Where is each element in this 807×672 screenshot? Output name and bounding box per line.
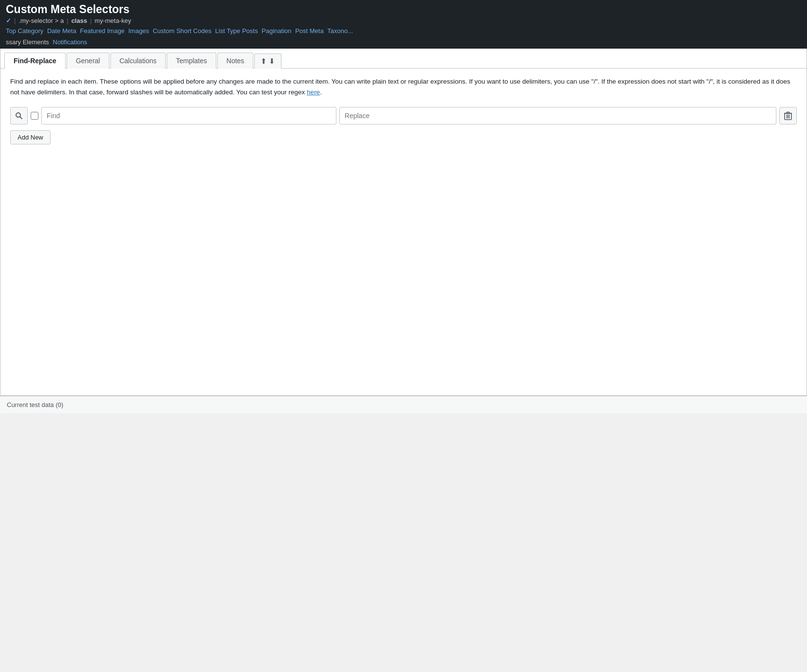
tab-general[interactable]: General xyxy=(67,53,109,69)
empty-space xyxy=(10,144,797,388)
nav-links-row: Top Category Date Meta Featured Image Im… xyxy=(0,26,807,37)
tabs-bar: Find-Replace General Calculations Templa… xyxy=(0,49,807,69)
tab-find-replace[interactable]: Find-Replace xyxy=(4,53,66,69)
tab-calculations[interactable]: Calculations xyxy=(110,53,166,69)
footer-status-text: Current test data (0) xyxy=(7,401,63,408)
replace-input[interactable] xyxy=(339,107,776,124)
nav-link-featured-image[interactable]: Featured Image xyxy=(80,27,125,35)
content-area: Find and replace in each item. These opt… xyxy=(0,69,807,395)
add-new-button[interactable]: Add New xyxy=(10,130,51,144)
selector-bar: ✓ | .my-selector > a | class | my-meta-k… xyxy=(6,17,801,24)
find-replace-checkbox[interactable] xyxy=(31,112,38,120)
nav-text-ssary: ssary Elements xyxy=(6,38,49,46)
nav-link-list-type-posts[interactable]: List Type Posts xyxy=(215,27,258,35)
tab-notes[interactable]: Notes xyxy=(217,53,254,69)
nav-link-images[interactable]: Images xyxy=(128,27,149,35)
page-title: Custom Meta Selectors xyxy=(6,3,801,16)
nav-link-post-meta[interactable]: Post Meta xyxy=(295,27,324,35)
tab-templates[interactable]: Templates xyxy=(167,53,216,69)
find-replace-row xyxy=(10,107,797,124)
nav-link-taxono[interactable]: Taxono... xyxy=(327,27,353,35)
upload-icon: ⬆ xyxy=(261,57,267,66)
nav-link-pagination[interactable]: Pagination xyxy=(262,27,291,35)
page-wrapper: Custom Meta Selectors ✓ | .my-selector >… xyxy=(0,0,807,672)
nav-link-top-category[interactable]: Top Category xyxy=(6,27,43,35)
svg-rect-4 xyxy=(787,112,789,114)
find-input[interactable] xyxy=(41,107,336,124)
class-label: class xyxy=(71,17,88,24)
selector-value: .my-selector > a xyxy=(18,17,64,24)
svg-line-1 xyxy=(20,117,22,119)
checkbox-wrapper xyxy=(31,112,38,120)
nav-links-row-2: ssary Elements Notifications xyxy=(0,37,807,49)
meta-key-value: my-meta-key xyxy=(95,17,131,24)
main-container: Find-Replace General Calculations Templa… xyxy=(0,49,807,396)
search-button[interactable] xyxy=(10,107,28,124)
separator-1: | xyxy=(14,17,16,24)
nav-link-date-meta[interactable]: Date Meta xyxy=(47,27,76,35)
nav-link-notifications[interactable]: Notifications xyxy=(53,38,88,46)
here-link[interactable]: here xyxy=(307,88,320,96)
trash-icon xyxy=(784,111,792,120)
delete-button[interactable] xyxy=(779,107,797,124)
tab-icon-group[interactable]: ⬆ ⬇ xyxy=(254,53,281,69)
footer-bar: Current test data (0) xyxy=(0,396,807,413)
download-icon: ⬇ xyxy=(269,57,275,66)
top-header: Custom Meta Selectors ✓ | .my-selector >… xyxy=(0,0,807,26)
separator-2: | xyxy=(67,17,68,24)
nav-link-custom-short-codes[interactable]: Custom Short Codes xyxy=(153,27,211,35)
search-icon xyxy=(15,112,23,120)
separator-3: | xyxy=(90,17,91,24)
description-text: Find and replace in each item. These opt… xyxy=(10,76,797,97)
checkmark-icon: ✓ xyxy=(6,17,11,24)
